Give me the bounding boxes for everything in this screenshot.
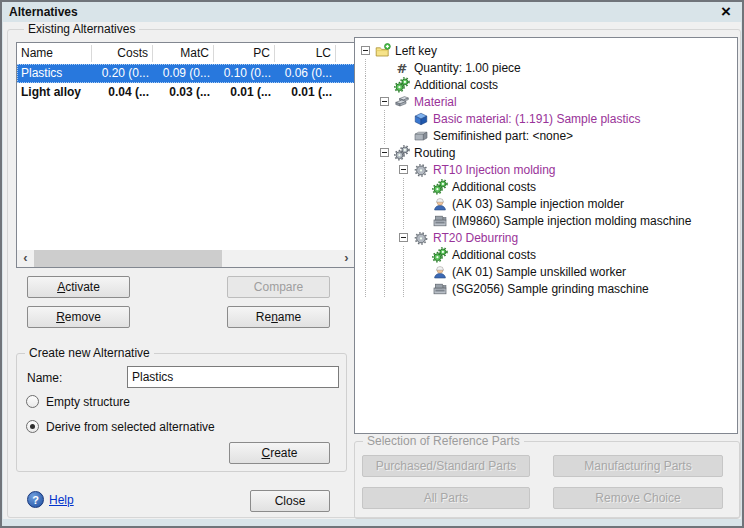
horizontal-scrollbar[interactable]: ‹ › bbox=[17, 250, 355, 267]
tree-item[interactable]: Semifinished part: <none> bbox=[355, 127, 737, 144]
rename-button[interactable]: Rename bbox=[227, 306, 330, 328]
gear-gray-icon bbox=[413, 162, 430, 178]
cube-blue-icon bbox=[413, 111, 430, 127]
row-value-cell: 0.04 (... bbox=[92, 83, 153, 102]
scroll-right-icon[interactable]: › bbox=[338, 250, 355, 267]
row-value-cell: 0.01 (... bbox=[275, 83, 336, 102]
tree-item-label: RT20 Deburring bbox=[430, 231, 518, 245]
column-header-lc[interactable]: LC bbox=[275, 45, 336, 62]
collapse-toggle-icon[interactable] bbox=[380, 97, 389, 106]
column-header-filler bbox=[336, 45, 355, 62]
tree-item[interactable]: Additional costs bbox=[355, 178, 737, 195]
tree-item-label: Routing bbox=[411, 146, 455, 160]
tree-guide-line bbox=[380, 195, 399, 212]
tree-guide-line bbox=[380, 229, 399, 246]
name-label: Name: bbox=[27, 371, 62, 385]
tree-item-label: (SG2056) Sample grinding maschine bbox=[449, 282, 649, 296]
folder-plus-icon bbox=[375, 43, 392, 59]
tree-item[interactable]: #Quantity: 1.00 piece bbox=[355, 59, 737, 76]
help-link[interactable]: Help bbox=[49, 493, 74, 507]
table-row[interactable]: Plastics0.20 (0...0.09 (0...0.10 (0...0.… bbox=[17, 64, 355, 83]
expand-slot bbox=[380, 97, 394, 106]
material-icon bbox=[394, 94, 411, 110]
tree-guide-line bbox=[361, 93, 380, 110]
tree-item[interactable]: (SG2056) Sample grinding maschine bbox=[355, 280, 737, 297]
tree-item-label: Additional costs bbox=[449, 180, 536, 194]
row-value-cell: 0.09 (0... bbox=[153, 64, 214, 83]
gears-green-icon bbox=[432, 247, 449, 263]
tree-item-label: Semifinished part: <none> bbox=[430, 129, 573, 143]
column-header-matc[interactable]: MatC bbox=[153, 45, 214, 62]
close-button[interactable]: Close bbox=[250, 490, 330, 512]
tree-item[interactable]: Basic material: (1.191) Sample plastics bbox=[355, 110, 737, 127]
tree-item-label: RT10 Injection molding bbox=[430, 163, 556, 177]
alternatives-dialog: Alternatives × Existing Alternatives Nam… bbox=[0, 0, 744, 528]
gear-gray-icon bbox=[413, 230, 430, 246]
gears-gray-icon bbox=[394, 145, 411, 161]
tree-guide-line bbox=[361, 212, 380, 229]
tree-guide-line bbox=[399, 246, 418, 263]
tree-guide-line bbox=[399, 263, 418, 280]
worker-icon bbox=[432, 264, 449, 280]
machine-icon bbox=[432, 213, 449, 229]
tree-item[interactable]: (IM9860) Sample injection molding maschi… bbox=[355, 212, 737, 229]
collapse-toggle-icon[interactable] bbox=[399, 233, 408, 242]
tree-guide-line bbox=[380, 127, 399, 144]
all-parts-button: All Parts bbox=[362, 487, 530, 509]
table-row[interactable]: Light alloy0.04 (...0.03 (...0.01 (...0.… bbox=[17, 83, 355, 102]
tree-guide-line bbox=[361, 229, 380, 246]
tree-guide-line bbox=[399, 212, 418, 229]
tree-guide-line bbox=[399, 195, 418, 212]
tree-guide-line bbox=[380, 280, 399, 297]
tree-item[interactable]: Additional costs bbox=[355, 76, 737, 93]
tree-guide-line bbox=[361, 195, 380, 212]
tree-item[interactable]: Additional costs bbox=[355, 246, 737, 263]
tree-item[interactable]: RT20 Deburring bbox=[355, 229, 737, 246]
collapse-toggle-icon[interactable] bbox=[399, 165, 408, 174]
remove-button[interactable]: Remove bbox=[27, 306, 130, 328]
column-header-costs[interactable]: Costs bbox=[92, 45, 153, 62]
tree-item-label: (AK 03) Sample injection molder bbox=[449, 197, 624, 211]
tree-guide-line bbox=[380, 246, 399, 263]
derive-from-selected-radio[interactable] bbox=[26, 420, 39, 433]
purchased-standard-parts-button: Purchased/Standard Parts bbox=[362, 455, 530, 477]
row-name-cell: Light alloy bbox=[17, 83, 92, 102]
tree-guide-line bbox=[399, 178, 418, 195]
help-icon[interactable] bbox=[27, 491, 44, 508]
tree-item[interactable]: (AK 03) Sample injection molder bbox=[355, 195, 737, 212]
create-group-label: Create new Alternative bbox=[25, 346, 154, 360]
create-button[interactable]: Create bbox=[229, 442, 330, 464]
tree-item[interactable]: (AK 01) Sample unskilled worker bbox=[355, 263, 737, 280]
empty-structure-label[interactable]: Empty structure bbox=[46, 395, 130, 409]
expand-slot bbox=[399, 233, 413, 242]
tree-guide-line bbox=[361, 263, 380, 280]
alternative-name-input[interactable] bbox=[127, 366, 339, 388]
close-icon[interactable]: × bbox=[717, 2, 735, 22]
tree-item[interactable]: Routing bbox=[355, 144, 737, 161]
activate-button[interactable]: Activate bbox=[27, 276, 130, 298]
compare-button: Compare bbox=[227, 276, 330, 298]
structure-tree: Left key#Quantity: 1.00 pieceAdditional … bbox=[354, 37, 738, 434]
tree-guide-line bbox=[380, 212, 399, 229]
tree-item[interactable]: Left key bbox=[355, 42, 737, 59]
collapse-toggle-icon[interactable] bbox=[361, 46, 370, 55]
scroll-left-icon[interactable]: ‹ bbox=[17, 250, 34, 267]
alternatives-table-body: Plastics0.20 (0...0.09 (0...0.10 (0...0.… bbox=[17, 64, 355, 102]
worker-icon bbox=[432, 196, 449, 212]
manufacturing-parts-button: Manufacturing Parts bbox=[553, 455, 723, 477]
tree-guide-line bbox=[380, 178, 399, 195]
tree-item[interactable]: Material bbox=[355, 93, 737, 110]
derive-from-selected-label[interactable]: Derive from selected alternative bbox=[46, 420, 215, 434]
tree-item-label: Additional costs bbox=[411, 78, 498, 92]
collapse-toggle-icon[interactable] bbox=[380, 148, 389, 157]
column-header-pc[interactable]: PC bbox=[214, 45, 275, 62]
tree-item-label: (AK 01) Sample unskilled worker bbox=[449, 265, 626, 279]
svg-text:#: # bbox=[397, 60, 408, 75]
empty-structure-radio[interactable] bbox=[26, 395, 39, 408]
reference-parts-group-label: Selection of Reference Parts bbox=[363, 434, 524, 448]
tree-item[interactable]: RT10 Injection molding bbox=[355, 161, 737, 178]
tree-guide-line bbox=[361, 76, 380, 93]
scrollbar-thumb[interactable] bbox=[34, 250, 222, 267]
column-header-name[interactable]: Name bbox=[17, 45, 92, 62]
row-value-cell: 0.20 (0... bbox=[92, 64, 153, 83]
